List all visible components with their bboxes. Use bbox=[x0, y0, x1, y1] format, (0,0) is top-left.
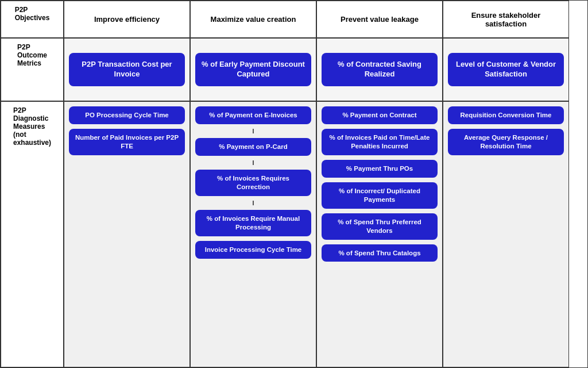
diagnostic-col3-item3: % Payment Thru POs bbox=[322, 160, 438, 178]
diagnostic-row-label: P2P Diagnostic Measures (not exhaustive) bbox=[13, 106, 51, 147]
diagnostic-col1-item2: Number of Paid Invoices per P2P FTE bbox=[69, 129, 185, 155]
diagnostic-col4-item1: Requisition Conversion Time bbox=[448, 106, 564, 124]
diagnostic-col2-item4: % of Invoices Require Manual Processing bbox=[195, 210, 311, 236]
connector-1 bbox=[253, 129, 254, 133]
connector-3 bbox=[253, 201, 254, 205]
col1-header: Improve efficiency bbox=[94, 15, 160, 24]
diagnostic-col4: Requisition Conversion Time Average Quer… bbox=[443, 101, 569, 367]
outcome-row-label: P2P Outcome Metrics bbox=[17, 43, 47, 67]
header-value: Maximize value creation bbox=[190, 1, 316, 38]
col2-header: Maximize value creation bbox=[211, 15, 296, 24]
diagnostic-col2-item3: % of Invoices Requires Correction bbox=[195, 170, 311, 196]
diagnostic-col3-item2: % of Invoices Paid on Time/Late Penaltie… bbox=[322, 129, 438, 155]
header-stakeholder: Ensure stakeholder satisfaction bbox=[443, 1, 569, 38]
connector-2 bbox=[253, 160, 254, 165]
outcome-col1: P2P Transaction Cost per Invoice bbox=[64, 38, 190, 101]
outcome-col2-btn: % of Early Payment Discount Captured bbox=[195, 53, 311, 86]
outcome-label: P2P Outcome Metrics bbox=[1, 38, 64, 101]
outcome-col4-btn: Level of Customer & Vendor Satisfaction bbox=[448, 53, 564, 86]
diagnostic-col3: % Payment on Contract % of Invoices Paid… bbox=[316, 101, 443, 367]
diagnostic-col2: % of Payment on E-Invoices % Payment on … bbox=[190, 101, 316, 367]
header-objectives: P2P Objectives bbox=[1, 1, 64, 38]
diagnostic-col3-item1: % Payment on Contract bbox=[322, 106, 438, 124]
header-efficiency: Improve efficiency bbox=[64, 1, 190, 38]
diagnostic-col3-item5: % of Spend Thru Preferred Vendors bbox=[322, 213, 438, 240]
outcome-col4: Level of Customer & Vendor Satisfaction bbox=[443, 38, 569, 101]
diagnostic-col3-item6: % of Spend Thru Catalogs bbox=[322, 244, 438, 262]
outcome-col2: % of Early Payment Discount Captured bbox=[190, 38, 316, 101]
outcome-col3-btn: % of Contracted Saving Realized bbox=[322, 53, 438, 86]
header-leakage: Prevent value leakage bbox=[316, 1, 443, 38]
col3-header: Prevent value leakage bbox=[341, 15, 419, 24]
outcome-col3: % of Contracted Saving Realized bbox=[316, 38, 443, 101]
diagnostic-col4-item2: Average Query Response / Resolution Time bbox=[448, 129, 564, 155]
main-grid: P2P Objectives Improve efficiency Maximi… bbox=[0, 0, 588, 368]
outcome-col1-btn: P2P Transaction Cost per Invoice bbox=[69, 53, 185, 86]
diagnostic-col3-item4: % of Incorrect/ Duplicated Payments bbox=[322, 182, 438, 209]
diagnostic-col1-item1: PO Processing Cycle Time bbox=[69, 106, 185, 124]
diagnostic-label: P2P Diagnostic Measures (not exhaustive) bbox=[1, 101, 64, 367]
diagnostic-col1: PO Processing Cycle Time Number of Paid … bbox=[64, 101, 190, 367]
diagnostic-col2-item5: Invoice Processing Cycle Time bbox=[195, 241, 311, 259]
diagnostic-col2-item1: % of Payment on E-Invoices bbox=[195, 106, 311, 124]
col0-header: P2P Objectives bbox=[15, 5, 50, 22]
col4-header: Ensure stakeholder satisfaction bbox=[471, 11, 541, 28]
diagnostic-col2-item2: % Payment on P-Card bbox=[195, 138, 311, 156]
